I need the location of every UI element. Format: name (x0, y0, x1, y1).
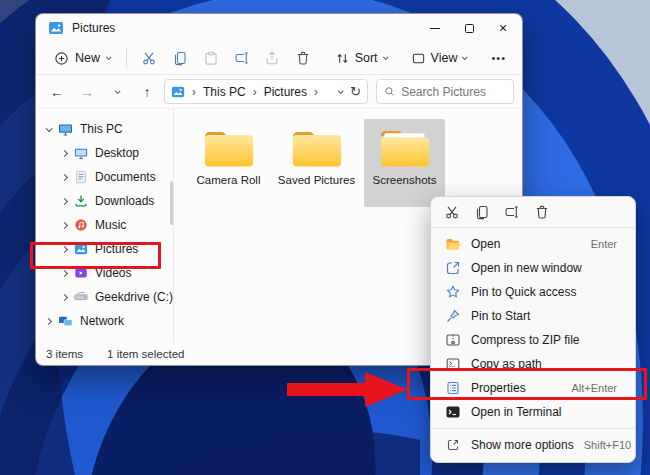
breadcrumb-pictures[interactable]: Pictures (264, 85, 307, 99)
pin-icon (445, 308, 461, 324)
see-more-button[interactable]: ••• (485, 48, 512, 68)
chevron-right-icon[interactable] (61, 293, 68, 300)
sidebar-item-pictures[interactable]: Pictures (36, 237, 173, 261)
folder-icon (289, 124, 345, 170)
chevron-down-icon (115, 88, 121, 94)
close-button[interactable]: × (486, 14, 520, 42)
menu-item-shortcut: Alt+Enter (571, 382, 617, 394)
chevron-down-icon (462, 54, 468, 60)
chevron-right-icon[interactable] (61, 149, 68, 156)
rename-button[interactable] (227, 45, 256, 71)
delete-button[interactable] (289, 45, 318, 71)
menu-item-label: Open (471, 237, 500, 251)
sidebar-item-desktop[interactable]: Desktop (36, 141, 173, 165)
sidebar-item-label: Desktop (95, 146, 139, 160)
menu-item-copy-as-path[interactable]: Copy as path (431, 352, 635, 376)
chevron-right-icon[interactable] (61, 221, 68, 228)
rename-icon (234, 50, 250, 66)
copy-button[interactable] (166, 45, 195, 71)
context-menu: Open Enter Open in new window Pi (430, 196, 636, 463)
maximize-button[interactable] (452, 14, 486, 42)
network-icon (58, 315, 73, 328)
sidebar-item-downloads[interactable]: Downloads (36, 189, 173, 213)
address-bar: ← → ↑ › This PC › Pictures › ↻ (36, 75, 522, 109)
recent-locations-button[interactable] (104, 79, 130, 105)
sidebar-item-label: Documents (95, 170, 156, 184)
star-icon (445, 284, 461, 300)
sidebar-item-this-pc[interactable]: This PC (36, 117, 173, 141)
menu-item-pin-to-quick-access[interactable]: Pin to Quick access (431, 280, 635, 304)
zip-icon (445, 332, 461, 348)
cut-button[interactable] (135, 45, 164, 71)
up-button[interactable]: ↑ (134, 79, 160, 105)
chevron-down-icon[interactable] (46, 125, 53, 132)
pictures-folder-icon (48, 20, 64, 36)
chevron-right-icon[interactable] (61, 173, 68, 180)
copy-quick-button[interactable] (467, 199, 497, 225)
sidebar-item-music[interactable]: Music (36, 213, 173, 237)
breadcrumb-chevron: › (191, 85, 197, 99)
rename-quick-button[interactable] (497, 199, 527, 225)
pictures-icon (74, 242, 88, 256)
breadcrumb-chevron: › (313, 85, 319, 99)
items-count: 3 items (46, 348, 83, 360)
share-icon (264, 50, 280, 66)
breadcrumb-this-pc[interactable]: This PC (203, 85, 246, 99)
open-folder-icon (445, 236, 461, 252)
menu-item-open-in-terminal[interactable]: Open in Terminal (431, 400, 635, 424)
folder-tile-screenshots[interactable]: Screenshots (364, 119, 445, 207)
titlebar[interactable]: Pictures × (36, 14, 522, 42)
breadcrumb-chevron: › (252, 85, 258, 99)
menu-item-open-in-new-window[interactable]: Open in new window (431, 256, 635, 280)
chevron-right-icon[interactable] (61, 269, 68, 276)
menu-item-compress-to-zip[interactable]: Compress to ZIP file (431, 328, 635, 352)
terminal-icon (445, 404, 461, 420)
drive-icon (74, 290, 88, 304)
menu-item-label: Show more options (471, 438, 574, 452)
sidebar-item-geekdrive[interactable]: Geekdrive (C:) (36, 285, 173, 309)
search-box[interactable] (376, 79, 514, 104)
chevron-down-icon[interactable] (338, 88, 344, 94)
chevron-right-icon[interactable] (61, 245, 68, 252)
sidebar-item-label: Network (80, 314, 124, 328)
open-new-window-icon (445, 260, 461, 276)
search-input[interactable] (401, 85, 506, 99)
copy-icon (172, 50, 188, 66)
share-button[interactable] (258, 45, 287, 71)
new-button-label: New (75, 51, 100, 65)
sidebar-scrollbar[interactable] (170, 181, 173, 225)
view-button[interactable]: View (404, 47, 474, 70)
sort-button[interactable]: Sort (328, 47, 394, 70)
breadcrumb[interactable]: › This PC › Pictures › ↻ (164, 79, 368, 104)
cut-icon (141, 50, 157, 66)
chevron-right-icon[interactable] (45, 317, 52, 324)
music-icon (74, 218, 88, 232)
folder-tile-saved-pictures[interactable]: Saved Pictures (276, 119, 357, 207)
chevron-right-icon[interactable] (61, 197, 68, 204)
sort-icon (335, 51, 350, 66)
folder-icon (377, 124, 433, 170)
minimize-button[interactable] (418, 14, 452, 42)
cut-quick-button[interactable] (437, 199, 467, 225)
back-icon: ← (50, 84, 64, 100)
menu-item-open[interactable]: Open Enter (431, 232, 635, 256)
sidebar-item-network[interactable]: Network (36, 309, 173, 333)
refresh-icon[interactable]: ↻ (350, 84, 361, 99)
menu-item-label: Properties (471, 381, 526, 395)
downloads-icon (74, 194, 88, 208)
menu-item-properties[interactable]: Properties Alt+Enter (431, 376, 635, 400)
forward-button[interactable]: → (74, 79, 100, 105)
back-button[interactable]: ← (44, 79, 70, 105)
sidebar-item-videos[interactable]: Videos (36, 261, 173, 285)
paste-button[interactable] (196, 45, 225, 71)
new-button[interactable]: New (46, 47, 118, 70)
sidebar-item-label: Videos (95, 266, 131, 280)
trash-icon (534, 204, 550, 220)
folder-tile-camera-roll[interactable]: Camera Roll (188, 119, 269, 207)
rename-icon (504, 204, 520, 220)
menu-item-show-more-options[interactable]: Show more options Shift+F10 (431, 433, 635, 457)
delete-quick-button[interactable] (527, 199, 557, 225)
menu-item-pin-to-start[interactable]: Pin to Start (431, 304, 635, 328)
sidebar-item-documents[interactable]: Documents (36, 165, 173, 189)
menu-item-label: Open in Terminal (471, 405, 562, 419)
